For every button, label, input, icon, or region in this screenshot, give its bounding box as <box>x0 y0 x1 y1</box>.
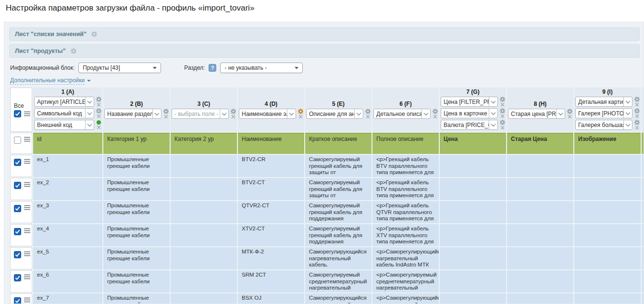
row-checkbox[interactable] <box>14 297 21 304</box>
field-select-value: Старая цена [PRIC <box>508 109 556 118</box>
section-bar-value-lists[interactable]: Лист "списки значений" <box>9 27 640 41</box>
section-bar-products[interactable]: Лист "продукты" <box>9 44 640 58</box>
table-cell-value: QTVR2-CT <box>242 203 270 208</box>
field-select[interactable]: Внешний код <box>34 120 94 130</box>
grid-header-label: Старая Цена <box>511 136 547 142</box>
remove-icon[interactable] <box>231 114 235 119</box>
gear-icon[interactable] <box>91 31 98 38</box>
field-select[interactable]: Описание для ано <box>306 109 363 119</box>
gear-icon[interactable] <box>96 96 102 102</box>
remove-icon[interactable] <box>635 126 639 130</box>
remove-icon[interactable] <box>366 114 370 119</box>
table-cell: Саморегулируемый греющий кабель для подд… <box>305 201 372 223</box>
table-cell-value: Саморегулируемый греющий кабель для защи… <box>309 156 362 175</box>
table-cell: Промышленные греющие кабели <box>103 270 170 292</box>
table-cell <box>440 247 506 269</box>
gear-icon[interactable] <box>70 48 77 54</box>
field-select[interactable]: Валюта [PRICE_CU <box>441 120 498 130</box>
remove-icon[interactable] <box>298 114 303 119</box>
field-select[interactable]: - выбрать поле - <box>172 109 229 119</box>
remove-icon[interactable] <box>433 114 437 119</box>
gear-icon[interactable] <box>230 108 236 114</box>
table-cell <box>507 247 573 269</box>
table-cell <box>171 293 237 304</box>
grid-header-cell: Изображение <box>574 133 641 154</box>
field-select[interactable]: Артикул [ARTICLE] <box>34 97 94 107</box>
grid-header-label: Краткое описание <box>309 136 357 142</box>
remove-icon[interactable] <box>500 102 505 107</box>
field-select[interactable]: Название раздела <box>104 109 161 119</box>
remove-icon[interactable] <box>635 114 639 118</box>
row-checkbox[interactable] <box>14 251 21 258</box>
gear-icon[interactable] <box>567 108 573 114</box>
remove-icon[interactable] <box>635 102 639 107</box>
grid-header-cell: Категория 2 ур <box>171 133 237 154</box>
field-select[interactable]: Галерея [PHOTOS] <box>575 108 632 118</box>
drag-handle-icon[interactable] <box>24 251 30 256</box>
row-checkbox[interactable] <box>14 159 21 166</box>
gear-icon[interactable] <box>499 96 506 102</box>
gear-icon[interactable] <box>297 108 304 114</box>
table-cell: ex_6 <box>33 270 102 292</box>
table-cell: Промышленные греющие кабели <box>103 247 170 269</box>
gear-icon[interactable] <box>499 119 506 126</box>
column-label: 8 (H) <box>507 100 573 108</box>
remove-icon[interactable] <box>164 114 168 119</box>
drag-handle-icon[interactable] <box>24 111 30 116</box>
remove-icon[interactable] <box>97 102 101 107</box>
drag-handle-icon[interactable] <box>24 274 30 279</box>
map-column-9: 9 (I)Детальная картинкГалерея [PHOTOS]Га… <box>574 88 641 132</box>
row-select-cell <box>10 293 32 304</box>
field-select[interactable]: Цена в карточке [P <box>441 108 498 118</box>
field-select[interactable]: Символьный код <box>34 108 94 118</box>
gear-icon[interactable] <box>634 96 640 102</box>
gear-icon[interactable] <box>634 119 640 126</box>
grid-header-cell <box>642 133 644 154</box>
field-select[interactable]: Детальная картинк <box>575 97 632 107</box>
help-icon[interactable]: ? <box>209 64 216 72</box>
row-checkbox[interactable] <box>14 228 21 235</box>
remove-icon[interactable] <box>97 125 101 129</box>
field-select[interactable]: Старая цена [PRIC <box>508 109 565 119</box>
table-cell: Саморегулируемый среднетемпературный наг… <box>305 270 372 292</box>
table-cell: XTV2-CT <box>238 224 304 246</box>
controls-row: Информационный блок: Продукты [43] Разде… <box>10 63 640 73</box>
field-select[interactable]: Детальное описани <box>373 109 431 119</box>
table-cell: Саморегулируемый греющий кабель для защи… <box>305 155 372 177</box>
remove-icon[interactable] <box>500 114 505 118</box>
drag-handle-icon[interactable] <box>24 205 30 210</box>
header-row-checkbox[interactable] <box>14 137 21 144</box>
gear-icon[interactable] <box>96 108 102 114</box>
remove-icon[interactable] <box>568 114 572 119</box>
gear-icon[interactable] <box>163 108 169 114</box>
gear-icon[interactable] <box>365 108 371 114</box>
grid-header-label: Изображение <box>578 136 616 142</box>
extra-settings-link[interactable]: Дополнительные настройки <box>10 77 91 85</box>
row-checkbox[interactable] <box>14 182 21 189</box>
row-checkbox[interactable] <box>14 205 21 212</box>
table-cell-value: Саморегулирующийся нагревательный кабель… <box>309 295 367 304</box>
drag-handle-icon[interactable] <box>24 159 30 164</box>
select-all-checkbox[interactable] <box>14 110 21 117</box>
table-cell: BSX OJ <box>238 293 304 304</box>
remove-icon[interactable] <box>97 114 101 118</box>
drag-handle-icon[interactable] <box>24 228 30 233</box>
table-cell-value: BSX OJ <box>242 295 261 301</box>
remove-icon[interactable] <box>500 126 505 130</box>
table-cell-value: Промышленные греющие кабели <box>107 295 149 304</box>
drag-handle-icon[interactable] <box>24 137 30 142</box>
field-select[interactable]: Цена [FILTER_PRI <box>441 97 498 107</box>
row-checkbox[interactable] <box>14 274 21 281</box>
mapping-table: Все1 (A)Артикул [ARTICLE]Символьный кодВ… <box>10 88 644 304</box>
chevron-down-icon <box>85 97 94 106</box>
gear-icon[interactable] <box>499 108 506 114</box>
drag-handle-icon[interactable] <box>24 297 30 303</box>
field-select[interactable]: Наименование эле <box>239 109 296 119</box>
gear-icon[interactable] <box>432 108 438 114</box>
razdel-select[interactable]: - не указывать - <box>220 63 303 73</box>
field-select[interactable]: Галерея большая [ <box>575 120 632 130</box>
infoblock-select[interactable]: Продукты [43] <box>78 63 161 73</box>
table-cell <box>574 155 641 177</box>
gear-icon[interactable] <box>634 108 640 114</box>
drag-handle-icon[interactable] <box>24 182 30 187</box>
